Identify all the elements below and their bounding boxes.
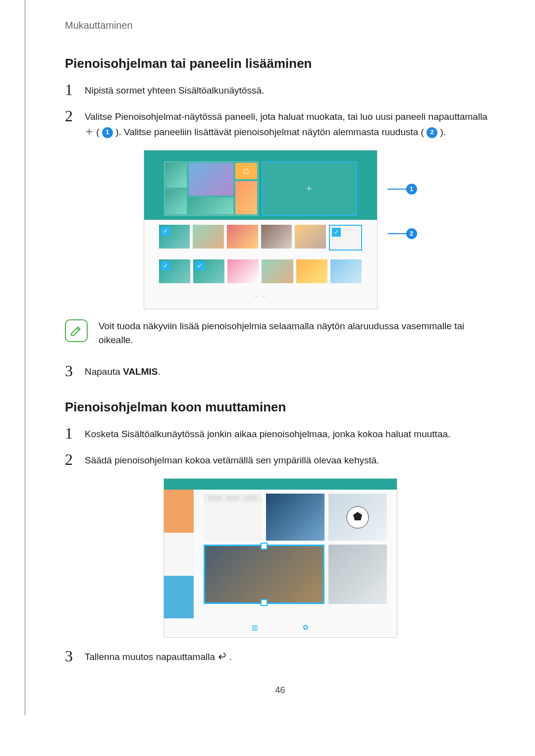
step-number: 2: [65, 107, 85, 125]
step-1-3: 3 Napauta VALMIS.: [65, 362, 495, 380]
figure-widget-resize: ▥ ✿: [163, 478, 397, 638]
note-text: Voit tuoda näkyviin lisää pienoisohjelmi…: [99, 319, 495, 348]
widget-thumb[interactable]: ✓: [159, 259, 190, 283]
back-icon: [217, 650, 226, 665]
note-block: Voit tuoda näkyviin lisää pienoisohjelmi…: [65, 319, 495, 348]
step-number: 2: [65, 451, 85, 468]
breadcrumb: Mukauttaminen: [65, 20, 495, 31]
tile-resizing[interactable]: [204, 545, 324, 604]
widget-thumb[interactable]: [330, 259, 362, 283]
step-text: Kosketa Sisältöalkunäytössä jonkin aikaa…: [85, 425, 495, 442]
step-text: Säädä pienoisohjelman kokoa vetämällä se…: [85, 451, 495, 468]
widget-thumb[interactable]: [295, 225, 326, 249]
widget-thumb[interactable]: [193, 225, 224, 249]
figure-widget-selection: ◻ + ✓ ✓: [144, 150, 377, 309]
step-number: 3: [65, 362, 85, 380]
bottom-button-layout[interactable]: ✿: [303, 623, 309, 632]
widget-thumb[interactable]: [296, 259, 327, 283]
step-number: 3: [65, 648, 85, 665]
callout-bubble-2: 2: [427, 127, 437, 138]
widget-thumb-selected[interactable]: ✓: [329, 225, 362, 251]
step-1-1: 1 Nipistä sormet yhteen Sisältöalkunäytö…: [65, 81, 495, 99]
step-2-3: 3 Tallenna muutos napauttamalla .: [65, 648, 495, 665]
note-icon: [65, 319, 88, 342]
widget-thumb[interactable]: [261, 225, 292, 249]
plus-icon: [85, 125, 94, 140]
tile: [328, 494, 387, 541]
step-number: 1: [65, 81, 85, 99]
tile: [204, 494, 262, 541]
step-2-2: 2 Säädä pienoisohjelman kokoa vetämällä …: [65, 451, 495, 468]
step-text: Napauta VALMIS.: [85, 362, 495, 379]
widget-thumb[interactable]: [227, 225, 258, 249]
bottom-button-widgets[interactable]: ▥: [252, 623, 258, 632]
callout-2: 2: [406, 228, 417, 239]
tile: [266, 494, 324, 541]
panel-add-button[interactable]: +: [262, 161, 357, 216]
callout-bubble-1: 1: [102, 127, 113, 138]
tile: [328, 545, 387, 604]
step-number: 1: [65, 425, 85, 442]
step-1-2: 2 Valitse Pienoisohjelmat-näytössä panee…: [65, 107, 495, 140]
figure-2-wrap: ▥ ✿: [65, 478, 495, 638]
widget-thumb[interactable]: ✓: [159, 225, 190, 249]
heading-add-widget-panel: Pienoisohjelman tai paneelin lisääminen: [65, 56, 495, 71]
widget-thumb[interactable]: [227, 259, 259, 283]
step-text: Nipistä sormet yhteen Sisältöalkunäytöss…: [85, 81, 495, 98]
step-2-1: 1 Kosketa Sisältöalkunäytössä jonkin aik…: [65, 425, 495, 442]
widget-thumb[interactable]: [262, 259, 293, 283]
heading-resize-widget: Pienoisohjelman koon muuttaminen: [65, 400, 495, 415]
panel-preview: ◻: [164, 161, 259, 216]
widget-thumb[interactable]: ✓: [193, 259, 224, 283]
step-text: Valitse Pienoisohjelmat-näytössä paneeli…: [85, 107, 495, 140]
step-text: Tallenna muutos napauttamalla .: [85, 648, 495, 665]
page-number: 46: [65, 685, 495, 696]
figure-1-wrap: ◻ + ✓ ✓: [65, 150, 495, 309]
callout-1: 1: [406, 184, 417, 195]
